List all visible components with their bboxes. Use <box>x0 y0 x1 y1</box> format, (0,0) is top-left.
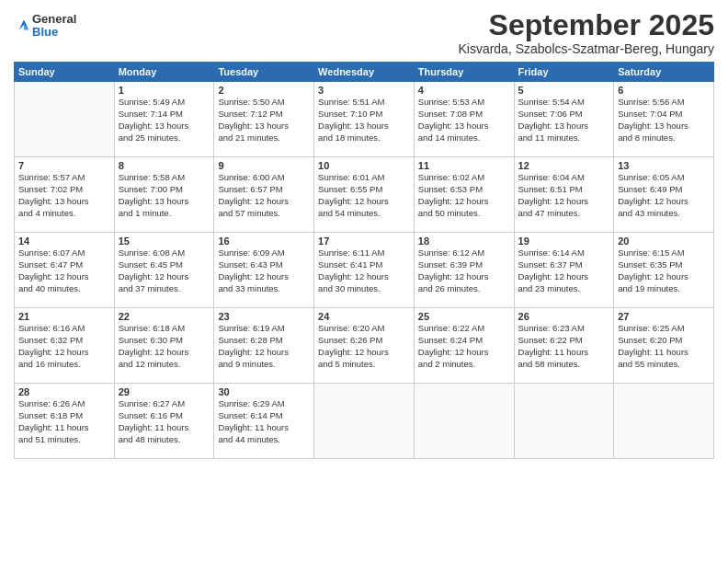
table-row: 15Sunrise: 6:08 AMSunset: 6:45 PMDayligh… <box>114 233 214 308</box>
day-info: Daylight: 13 hours <box>119 121 210 132</box>
day-info: Daylight: 12 hours <box>119 271 210 283</box>
day-info: Sunset: 6:22 PM <box>518 335 610 347</box>
day-info: Sunset: 7:04 PM <box>618 109 710 121</box>
day-info: Sunset: 6:18 PM <box>18 410 110 422</box>
day-info: and 33 minutes. <box>218 283 310 295</box>
day-info: Sunrise: 6:27 AM <box>119 398 210 410</box>
day-info: and 18 minutes. <box>318 132 410 144</box>
table-row: 23Sunrise: 6:19 AMSunset: 6:28 PMDayligh… <box>214 308 314 384</box>
day-info: Sunrise: 6:00 AM <box>218 172 310 184</box>
table-row: 20Sunrise: 6:15 AMSunset: 6:35 PMDayligh… <box>614 233 714 308</box>
day-info: and 37 minutes. <box>119 283 210 295</box>
day-info: and 12 minutes. <box>119 359 210 371</box>
day-info: Sunset: 6:41 PM <box>318 259 410 271</box>
day-number: 25 <box>418 311 510 322</box>
day-info: and 1 minute. <box>119 208 210 220</box>
day-info: Daylight: 12 hours <box>418 347 510 359</box>
day-info: and 47 minutes. <box>518 208 610 220</box>
day-info: and 48 minutes. <box>119 434 210 446</box>
day-info: Daylight: 12 hours <box>618 196 710 208</box>
day-info: Daylight: 11 hours <box>119 422 210 434</box>
day-info: Sunset: 6:24 PM <box>418 335 510 347</box>
day-info: Daylight: 12 hours <box>618 271 710 283</box>
table-row: 16Sunrise: 6:09 AMSunset: 6:43 PMDayligh… <box>214 233 314 308</box>
logo-general: General <box>32 13 76 26</box>
day-info: and 30 minutes. <box>318 283 410 295</box>
day-number: 20 <box>618 236 710 247</box>
day-info: and 8 minutes. <box>618 132 710 144</box>
day-info: Daylight: 12 hours <box>218 196 310 208</box>
table-row: 25Sunrise: 6:22 AMSunset: 6:24 PMDayligh… <box>414 308 514 384</box>
day-info: Sunrise: 5:56 AM <box>618 97 710 109</box>
table-row: 8Sunrise: 5:58 AMSunset: 7:00 PMDaylight… <box>114 157 214 233</box>
day-info: Daylight: 12 hours <box>119 347 210 359</box>
day-info: and 4 minutes. <box>18 208 110 220</box>
table-row: 22Sunrise: 6:18 AMSunset: 6:30 PMDayligh… <box>114 308 214 384</box>
day-info: Sunrise: 6:18 AM <box>119 323 210 335</box>
day-info: Daylight: 12 hours <box>318 196 410 208</box>
day-info: Sunrise: 6:22 AM <box>418 323 510 335</box>
day-number: 27 <box>618 311 710 322</box>
day-number: 5 <box>518 85 610 96</box>
day-info: Daylight: 12 hours <box>518 196 610 208</box>
header-thursday: Thursday <box>414 63 514 82</box>
day-number: 30 <box>218 386 310 397</box>
day-info: Daylight: 13 hours <box>418 121 510 132</box>
day-info: Sunrise: 5:49 AM <box>119 97 210 109</box>
header: General Blue September 2025 Kisvarda, Sz… <box>14 9 714 56</box>
day-info: Sunrise: 6:16 AM <box>18 323 110 335</box>
location: Kisvarda, Szabolcs-Szatmar-Bereg, Hungar… <box>458 41 714 56</box>
day-info: Sunrise: 6:26 AM <box>18 398 110 410</box>
calendar-week-row: 28Sunrise: 6:26 AMSunset: 6:18 PMDayligh… <box>15 384 714 459</box>
day-info: Sunset: 6:47 PM <box>18 259 110 271</box>
day-number: 13 <box>618 160 710 171</box>
day-info: and 23 minutes. <box>518 283 610 295</box>
day-info: and 51 minutes. <box>18 434 110 446</box>
table-row: 10Sunrise: 6:01 AMSunset: 6:55 PMDayligh… <box>314 157 415 233</box>
day-number: 3 <box>318 85 410 96</box>
day-info: and 21 minutes. <box>218 132 310 144</box>
page: General Blue September 2025 Kisvarda, Sz… <box>0 0 728 563</box>
table-row <box>314 384 415 459</box>
table-row: 6Sunrise: 5:56 AMSunset: 7:04 PMDaylight… <box>614 82 714 157</box>
day-number: 26 <box>518 311 610 322</box>
day-number: 14 <box>18 236 110 247</box>
logo-blue: Blue <box>32 26 76 39</box>
day-info: and 58 minutes. <box>518 359 610 371</box>
day-info: Sunrise: 5:53 AM <box>418 97 510 109</box>
day-info: Sunrise: 6:15 AM <box>618 247 710 259</box>
day-info: Daylight: 12 hours <box>418 196 510 208</box>
day-info: Daylight: 13 hours <box>18 196 110 208</box>
table-row: 1Sunrise: 5:49 AMSunset: 7:14 PMDaylight… <box>114 82 214 157</box>
table-row: 14Sunrise: 6:07 AMSunset: 6:47 PMDayligh… <box>15 233 115 308</box>
day-number: 29 <box>119 386 210 397</box>
day-info: Daylight: 12 hours <box>318 271 410 283</box>
day-number: 24 <box>318 311 410 322</box>
day-info: Sunset: 6:14 PM <box>218 410 310 422</box>
day-info: Sunset: 6:30 PM <box>119 335 210 347</box>
day-number: 9 <box>218 160 310 171</box>
day-info: Sunrise: 6:05 AM <box>618 172 710 184</box>
day-number: 4 <box>418 85 510 96</box>
day-info: Sunrise: 6:19 AM <box>218 323 310 335</box>
day-info: Daylight: 12 hours <box>218 347 310 359</box>
calendar-week-row: 14Sunrise: 6:07 AMSunset: 6:47 PMDayligh… <box>15 233 714 308</box>
day-info: Daylight: 11 hours <box>18 422 110 434</box>
day-number: 17 <box>318 236 410 247</box>
table-row: 11Sunrise: 6:02 AMSunset: 6:53 PMDayligh… <box>414 157 514 233</box>
day-info: Sunset: 7:02 PM <box>18 184 110 196</box>
day-info: and 50 minutes. <box>418 208 510 220</box>
day-info: and 16 minutes. <box>18 359 110 371</box>
day-info: and 25 minutes. <box>119 132 210 144</box>
day-info: Sunset: 6:26 PM <box>318 335 410 347</box>
day-info: Sunrise: 5:51 AM <box>318 97 410 109</box>
title-block: September 2025 Kisvarda, Szabolcs-Szatma… <box>458 9 714 56</box>
day-info: and 2 minutes. <box>418 359 510 371</box>
calendar-week-row: 7Sunrise: 5:57 AMSunset: 7:02 PMDaylight… <box>15 157 714 233</box>
header-sunday: Sunday <box>15 63 115 82</box>
month-title: September 2025 <box>458 9 714 41</box>
day-info: Sunset: 6:28 PM <box>218 335 310 347</box>
day-info: Sunset: 6:16 PM <box>119 410 210 422</box>
day-info: Sunset: 6:43 PM <box>218 259 310 271</box>
table-row: 9Sunrise: 6:00 AMSunset: 6:57 PMDaylight… <box>214 157 314 233</box>
